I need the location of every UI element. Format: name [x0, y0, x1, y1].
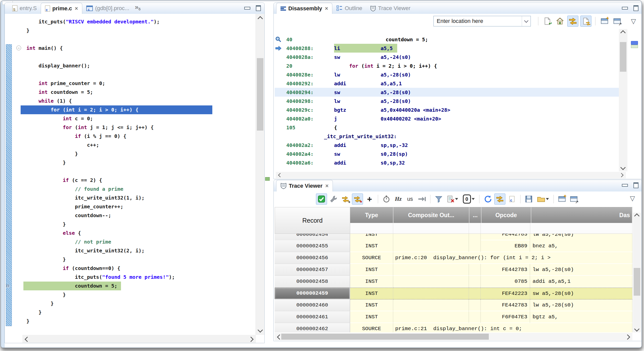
remove-trace-button[interactable]: ● [352, 193, 363, 205]
view-menu-icon[interactable]: ▽ [631, 17, 636, 25]
sync-arrows-button[interactable] [567, 16, 578, 27]
scroll-right-icon[interactable] [248, 337, 254, 342]
tab-outline[interactable]: Outline [332, 3, 366, 14]
configure-trace-button[interactable] [328, 194, 339, 204]
scrollbar-thumb[interactable] [281, 334, 489, 340]
dropdown-caret-icon[interactable] [472, 198, 475, 200]
disassembly-listing[interactable]: 40 countdown = 5; 40400288: li a5,5 4040… [275, 28, 625, 172]
maximize-icon[interactable] [256, 5, 261, 11]
combo-dropdown[interactable] [522, 16, 531, 26]
close-icon[interactable]: × [325, 183, 329, 189]
scroll-right-icon[interactable] [619, 173, 624, 177]
editor-horizontal-scrollbar[interactable] [22, 335, 256, 343]
column-header-type[interactable]: Type [350, 207, 393, 223]
table-row-selected[interactable]: 0000002459 INST FEF42223 sw a5,-28(s0) [275, 288, 632, 299]
code-line: } [24, 220, 255, 229]
table-row-source[interactable]: 0000002456 SOURCE prime.c:20 display_ban… [275, 252, 632, 264]
splitter-handle[interactable] [265, 177, 270, 181]
home-button[interactable] [555, 16, 565, 26]
add-button[interactable]: + [364, 194, 375, 204]
disassembly-horizontal-scrollbar[interactable] [276, 172, 626, 178]
fold-collapse-icon[interactable]: − [16, 46, 21, 50]
scroll-down-icon[interactable] [258, 327, 263, 333]
ruler-marker-blue[interactable] [631, 41, 638, 45]
code-line: int prime_counter = 0; [24, 79, 255, 88]
frequency-button[interactable]: Hz [393, 194, 404, 204]
minimize-icon[interactable] [244, 7, 250, 10]
view-menu-icon[interactable]: ▽ [630, 194, 635, 202]
filter-button[interactable] [433, 194, 444, 204]
dropdown-caret-icon[interactable] [455, 198, 458, 200]
mnemonic: lw [334, 98, 381, 104]
column-header-opcode[interactable]: Opcode [481, 207, 531, 223]
sync-source-button[interactable] [494, 193, 505, 205]
disassembly-vertical-scrollbar[interactable] [619, 29, 627, 171]
tab-entry-s[interactable]: S entry.S [8, 3, 41, 14]
tab-disassembly[interactable]: Disassembly × [276, 3, 332, 14]
maximize-icon[interactable] [633, 5, 638, 11]
table-row[interactable]: 0000002460 INST FE442783 lw a5,-28(s0) [275, 299, 632, 311]
refresh-button[interactable] [482, 194, 493, 204]
open-view-button[interactable]: ↗ [569, 194, 579, 204]
maximize-icon[interactable] [633, 182, 638, 188]
timing-button[interactable] [381, 194, 392, 204]
export-button[interactable] [535, 194, 550, 204]
scrollbar-thumb[interactable] [620, 42, 626, 72]
column-header-composite[interactable]: Composite Out... [393, 207, 469, 223]
composite-cell [393, 299, 469, 311]
new-view-button[interactable]: ✦ [557, 194, 567, 204]
operands: a5,-28(s0) [381, 89, 411, 95]
scroll-up-icon[interactable] [634, 213, 639, 219]
tab-overflow-chevron[interactable]: »6 [133, 3, 143, 14]
scroll-up-icon[interactable] [258, 16, 263, 21]
ruler-marker-green[interactable] [631, 45, 638, 48]
table-row-partial[interactable]: 0000002454 INST FE442783 lw a5,-24(s0) [275, 234, 632, 240]
enable-trace-button[interactable] [316, 193, 327, 205]
tab-prime-c[interactable]: c prime.c × [41, 3, 82, 14]
clear-filter-button[interactable] [445, 194, 460, 204]
table-row-source[interactable]: 0000002462 SOURCE prime.c:21 display_ban… [275, 323, 632, 332]
goto-record-button[interactable] [417, 194, 427, 204]
new-view-button[interactable]: ✦ [599, 16, 610, 26]
microseconds-button[interactable]: us [405, 194, 415, 204]
code-line: } [24, 149, 255, 158]
code-editor[interactable]: − » itc_puts("RISCV embedded development… [5, 14, 256, 335]
show-source-button[interactable]: c [507, 194, 517, 204]
table-row[interactable]: 0000002455 INST EB89 bnez a5, [275, 240, 632, 252]
location-combo[interactable] [433, 16, 531, 26]
editor-vertical-scrollbar[interactable] [256, 14, 264, 335]
trace-vertical-scrollbar[interactable] [633, 213, 641, 332]
scrollbar-thumb[interactable] [634, 268, 640, 296]
trace-horizontal-scrollbar[interactable] [275, 333, 632, 340]
minimize-icon[interactable] [622, 7, 628, 10]
table-row[interactable]: 0000002458 INST 0785 addi a5,a5,1 [275, 276, 632, 288]
close-icon[interactable]: × [75, 5, 78, 12]
tab-trace-viewer[interactable]: Trace Viewer × [276, 180, 333, 191]
scroll-right-icon[interactable] [625, 334, 630, 340]
column-header-record[interactable]: Record [275, 207, 350, 234]
scroll-left-icon[interactable] [25, 337, 30, 342]
location-input[interactable] [434, 18, 520, 25]
table-row[interactable]: 0000002457 INST FE442783 lw a5,-28(s0) [275, 264, 632, 276]
table-row[interactable]: 0000002461 INST F6F047E3 bgtz a5, [275, 311, 632, 323]
close-icon[interactable]: × [325, 5, 328, 12]
column-header-dots[interactable]: ... [469, 207, 481, 223]
scroll-up-icon[interactable] [620, 30, 626, 35]
trace-table[interactable]: Record Type Composite Out... ... Opcode … [275, 207, 632, 332]
save-button[interactable] [524, 194, 534, 204]
open-view-button[interactable]: ↗ [612, 16, 622, 26]
column-header-dasm[interactable]: Das [531, 207, 632, 223]
follow-pc-button[interactable] [580, 16, 591, 27]
scroll-left-icon[interactable] [278, 173, 283, 177]
import-location-button[interactable]: ↵ [542, 16, 553, 26]
disasm-inst-row: 404002a6: addi s0,sp,32 [275, 158, 625, 167]
tab-gdb-proc[interactable]: c (gdb[0].proc... [82, 3, 133, 14]
scrollbar-thumb[interactable] [257, 58, 263, 131]
scroll-down-icon[interactable] [620, 165, 626, 170]
add-trace-button[interactable]: + [340, 194, 351, 204]
dropdown-caret-icon[interactable] [546, 198, 549, 200]
minimize-icon[interactable] [622, 184, 628, 187]
tab-trace-viewer[interactable]: Trace Viewer [366, 3, 414, 14]
zero-counter-button[interactable]: 0 [461, 194, 476, 204]
scroll-down-icon[interactable] [634, 326, 639, 332]
